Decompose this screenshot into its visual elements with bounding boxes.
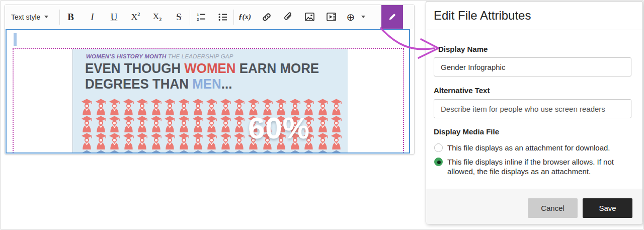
graduate-figure-icon: [232, 99, 246, 115]
insert-content-menu-button[interactable]: [359, 5, 367, 29]
graduate-figure-icon: [191, 99, 205, 115]
formula-button[interactable]: ƒ(x): [234, 5, 256, 29]
graduate-figure-icon: [135, 116, 149, 132]
video-button[interactable]: [320, 5, 342, 29]
graduate-figure-icon: [149, 116, 163, 132]
graduate-figure-icon: [205, 150, 218, 154]
radio-option-label: This file displays as an attachment for …: [447, 143, 610, 152]
graduate-figure-icon: [177, 150, 191, 154]
graduate-figure-icon: [80, 99, 94, 115]
graduate-figure-icon: [149, 99, 163, 115]
cancel-button[interactable]: Cancel: [528, 198, 578, 218]
graduate-figure-icon: [219, 150, 232, 154]
display-media-option-1[interactable]: This file displays as an attachment for …: [434, 143, 633, 152]
edit-file-attributes-button[interactable]: [381, 5, 403, 29]
numbered-list-button[interactable]: 1 2: [190, 5, 212, 29]
video-icon: [327, 13, 336, 21]
image-button[interactable]: [299, 5, 320, 29]
radio-button-icon[interactable]: [434, 158, 443, 166]
graduate-figure-icon: [330, 150, 343, 154]
screenshot-root: Text style B I U X2 X2 S 1 2: [0, 0, 644, 230]
graduate-figure-icon: [219, 133, 232, 149]
graduate-figure-icon: [80, 150, 94, 154]
chevron-down-icon: [361, 16, 365, 18]
numbered-list-icon: 1 2: [197, 13, 206, 21]
save-button[interactable]: Save: [583, 198, 632, 218]
graduate-figure-icon: [261, 150, 274, 154]
graduate-figure-icon: [205, 116, 218, 132]
divider: [426, 30, 642, 30]
superscript-button[interactable]: X2: [125, 5, 146, 29]
graduate-figure-icon: [191, 133, 205, 149]
superscript-icon: X2: [131, 12, 140, 22]
editor-content-area[interactable]: WOMEN’S HISTORY MONTH THE LEADERSHIP GAP…: [6, 29, 410, 154]
graduate-figure-icon: [135, 150, 149, 154]
svg-text:2: 2: [197, 17, 199, 21]
strikethrough-button[interactable]: S: [168, 5, 190, 29]
bullet-list-icon: [218, 13, 227, 21]
graduate-figure-icon: [232, 133, 246, 149]
display-media-radio-group: This file displays as an attachment for …: [434, 143, 633, 181]
stat-value: 60%: [248, 111, 310, 145]
graduate-figure-icon: [316, 99, 330, 115]
bold-icon: B: [67, 12, 74, 23]
graduate-figure-icon: [122, 150, 135, 154]
infographic-headline: EVEN THOUGH WOMEN EARN MORE DEGREES THAN…: [85, 61, 327, 92]
text-style-label: Text style: [11, 13, 40, 21]
chevron-down-icon: [44, 16, 48, 18]
subscript-button[interactable]: X2: [146, 5, 168, 29]
graduate-figure-icon: [232, 150, 246, 154]
display-name-label: Display Name: [438, 45, 488, 53]
graduate-figure-icon: [122, 116, 135, 132]
panel-title: Edit File Attributes: [434, 9, 531, 23]
graduate-figure-icon: [205, 99, 218, 115]
infographic-image[interactable]: WOMEN’S HISTORY MONTH THE LEADERSHIP GAP…: [72, 49, 348, 154]
italic-icon: I: [91, 12, 94, 23]
graduate-figure-icon: [191, 116, 205, 132]
graduate-figure-icon: [149, 133, 163, 149]
attachment-button[interactable]: [277, 5, 299, 29]
graduate-figure-icon: [163, 99, 177, 115]
graduate-figure-icon: [177, 99, 191, 115]
display-media-file-label: Display Media File: [434, 127, 499, 136]
radio-button-icon[interactable]: [434, 143, 443, 152]
text-cursor: [14, 33, 17, 46]
graduate-figure-icon: [177, 133, 191, 149]
display-media-option-2[interactable]: This file displays inline if the browser…: [434, 157, 633, 176]
paperclip-icon: [283, 12, 293, 22]
graduate-figure-icon: [80, 133, 94, 149]
pencil-icon: [387, 12, 397, 22]
graduate-figure-icon: [149, 150, 163, 154]
editor-toolbar: Text style B I U X2 X2 S 1 2: [5, 5, 414, 29]
graduate-figure-icon: [135, 99, 149, 115]
italic-button[interactable]: I: [82, 5, 103, 29]
insert-content-button[interactable]: ⊕: [342, 5, 359, 29]
graduate-figure-icon: [219, 99, 232, 115]
graduate-figure-icon: [205, 133, 218, 149]
plus-circle-icon: ⊕: [347, 12, 355, 22]
graduate-figure-icon: [232, 116, 246, 132]
formula-icon: ƒ(x): [238, 13, 251, 21]
graduate-figure-icon: [330, 99, 343, 115]
display-name-input[interactable]: [434, 57, 631, 76]
graduate-figure-icon: [163, 116, 177, 132]
graduate-figure-icon: [330, 116, 343, 132]
link-button[interactable]: [256, 5, 277, 29]
graduate-figure-icon: [94, 133, 108, 149]
graduate-figure-icon: [274, 150, 288, 154]
graduate-figure-icon: [316, 133, 330, 149]
graduate-figure-icon: [316, 150, 330, 154]
graduate-figure-icon: [108, 150, 121, 154]
graduate-figure-icon: [122, 99, 135, 115]
graduate-figure-icon: [302, 150, 315, 154]
graduate-figure-icon: [94, 99, 108, 115]
graduate-figure-icon: [247, 150, 260, 154]
graduate-figure-icon: [177, 116, 191, 132]
graduate-figure-icon: [122, 133, 135, 149]
alternative-text-input[interactable]: [434, 99, 631, 118]
graduate-figure-icon: [288, 150, 302, 154]
bullet-list-button[interactable]: [212, 5, 233, 29]
text-style-dropdown[interactable]: Text style: [5, 13, 59, 21]
bold-button[interactable]: B: [60, 5, 82, 29]
underline-button[interactable]: U: [103, 5, 125, 29]
